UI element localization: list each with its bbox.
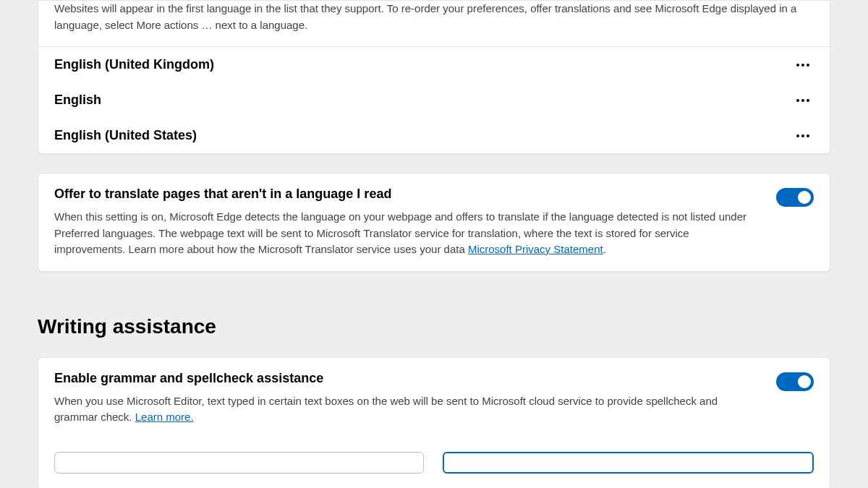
enable-grammar-toggle[interactable] xyxy=(776,372,814,391)
more-icon xyxy=(796,64,799,67)
preferred-languages-card: Websites will appear in the first langua… xyxy=(38,0,830,154)
language-label: English xyxy=(54,93,101,108)
more-icon xyxy=(796,99,799,102)
translate-offer-desc-after: . xyxy=(603,243,606,255)
learn-more-link[interactable]: Learn more. xyxy=(135,411,194,423)
spellcheck-option-boxes xyxy=(38,452,830,489)
translate-offer-header: Offer to translate pages that aren't in … xyxy=(54,187,814,258)
toggle-knob-icon xyxy=(798,375,811,388)
enable-grammar-text: Enable grammar and spellcheck assistance… xyxy=(54,371,762,426)
more-icon xyxy=(801,99,804,102)
translate-offer-section: Offer to translate pages that aren't in … xyxy=(38,174,830,271)
language-list: English (United Kingdom) English English… xyxy=(38,46,830,153)
more-icon xyxy=(807,64,809,67)
preferred-languages-description-section: Websites will appear in the first langua… xyxy=(38,1,830,46)
more-icon xyxy=(807,99,809,102)
more-icon xyxy=(801,134,804,137)
writing-assistance-card: Enable grammar and spellcheck assistance… xyxy=(38,357,830,489)
privacy-statement-link[interactable]: Microsoft Privacy Statement xyxy=(468,243,603,255)
more-actions-button[interactable] xyxy=(792,130,814,142)
translate-offer-description: When this setting is on, Microsoft Edge … xyxy=(54,209,762,258)
translate-offer-title: Offer to translate pages that aren't in … xyxy=(54,187,762,202)
language-label: English (United Kingdom) xyxy=(54,57,214,72)
more-actions-button[interactable] xyxy=(792,95,814,106)
spellcheck-option-editor[interactable] xyxy=(443,452,814,474)
language-label: English (United States) xyxy=(54,128,197,143)
spellcheck-option-basic[interactable] xyxy=(54,452,424,474)
translate-offer-card: Offer to translate pages that aren't in … xyxy=(38,173,830,272)
more-icon xyxy=(801,64,804,67)
translate-offer-text: Offer to translate pages that aren't in … xyxy=(54,187,762,258)
writing-assistance-heading: Writing assistance xyxy=(38,315,830,338)
enable-grammar-header: Enable grammar and spellcheck assistance… xyxy=(54,371,814,426)
enable-grammar-description: When you use Microsoft Editor, text type… xyxy=(54,393,762,426)
more-icon xyxy=(796,134,799,137)
settings-page: Websites will appear in the first langua… xyxy=(0,0,868,488)
enable-grammar-section: Enable grammar and spellcheck assistance… xyxy=(38,358,830,439)
enable-grammar-title: Enable grammar and spellcheck assistance xyxy=(54,371,762,386)
translate-offer-toggle[interactable] xyxy=(776,188,814,207)
language-row: English (United States) xyxy=(38,118,830,153)
more-icon xyxy=(807,134,809,137)
more-actions-button[interactable] xyxy=(792,59,814,71)
language-row: English xyxy=(38,82,830,118)
language-row: English (United Kingdom) xyxy=(38,47,830,82)
toggle-knob-icon xyxy=(798,191,811,204)
preferred-languages-description: Websites will appear in the first langua… xyxy=(54,1,814,33)
translate-offer-desc-before: When this setting is on, Microsoft Edge … xyxy=(54,210,746,255)
